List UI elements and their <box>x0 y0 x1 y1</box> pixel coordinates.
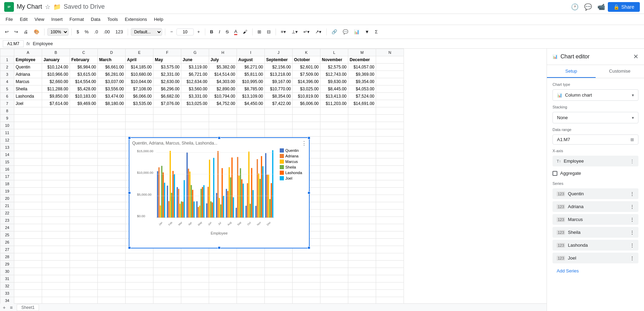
cell-r3-c2[interactable]: $3,615.00 <box>70 71 98 78</box>
cell-r3-c0[interactable]: Adriana <box>14 71 42 78</box>
cell-r5-c7[interactable]: $2,890.00 <box>209 85 237 93</box>
cell-r2-c1[interactable]: $10,124.00 <box>42 64 70 71</box>
cell-r30-c9[interactable] <box>265 268 293 275</box>
cell-r18-c1[interactable] <box>42 180 70 188</box>
cell-r1-c13[interactable] <box>376 56 404 64</box>
cell-r19-c13[interactable] <box>376 188 404 195</box>
cell-r33-c6[interactable] <box>181 290 209 297</box>
cell-r27-c0[interactable] <box>14 246 42 253</box>
cell-r23-c13[interactable] <box>376 217 404 224</box>
cell-r16-c3[interactable] <box>98 166 126 173</box>
cell-r17-c1[interactable] <box>42 173 70 180</box>
cell-r2-c13[interactable] <box>376 64 404 71</box>
cell-r4-c3[interactable]: $3,037.00 <box>98 78 126 85</box>
cell-r2-c4[interactable]: $14,185.00 <box>126 64 153 71</box>
currency-button[interactable]: $ <box>74 28 81 36</box>
history-icon[interactable]: 🕐 <box>571 3 579 11</box>
menu-help[interactable]: Help <box>151 15 166 23</box>
series-more-sheila[interactable]: ⋮ <box>630 230 634 235</box>
cell-r25-c11[interactable] <box>320 231 348 239</box>
menu-data[interactable]: Data <box>88 15 103 23</box>
cell-r5-c4[interactable]: $7,108.00 <box>126 85 153 93</box>
cell-r9-c9[interactable] <box>265 115 293 122</box>
cell-r10-c3[interactable] <box>98 122 126 129</box>
cell-r26-c0[interactable] <box>14 239 42 246</box>
comment-button[interactable]: 💬 <box>341 28 350 36</box>
cell-r32-c5[interactable] <box>153 283 181 290</box>
cell-r21-c2[interactable] <box>70 202 98 210</box>
cell-r20-c0[interactable] <box>14 195 42 202</box>
cell-r9-c5[interactable] <box>153 115 181 122</box>
cell-r6-c10[interactable]: $10,819.00 <box>293 93 320 100</box>
cell-r6-c3[interactable]: $3,474.00 <box>98 93 126 100</box>
cell-r33-c10[interactable] <box>293 290 320 297</box>
cell-r31-c9[interactable] <box>265 275 293 283</box>
cell-r28-c9[interactable] <box>265 253 293 261</box>
add-sheet-icon[interactable]: + <box>3 305 6 310</box>
cell-r17-c12[interactable] <box>348 173 376 180</box>
cell-r31-c8[interactable] <box>237 275 265 283</box>
cell-r1-c9[interactable]: September <box>265 56 293 64</box>
cell-r24-c12[interactable] <box>348 224 376 231</box>
cell-r21-c13[interactable] <box>376 202 404 210</box>
cell-r12-c3[interactable] <box>98 137 126 144</box>
cell-r32-c3[interactable] <box>98 283 126 290</box>
cell-r31-c1[interactable] <box>42 275 70 283</box>
series-row-adriana[interactable]: 123 Adriana ⋮ <box>552 201 638 212</box>
cell-r14-c2[interactable] <box>70 151 98 158</box>
cell-r15-c13[interactable] <box>376 158 404 166</box>
cell-r8-c8[interactable] <box>237 107 265 115</box>
cell-r28-c4[interactable] <box>126 253 153 261</box>
cell-r9-c13[interactable] <box>376 115 404 122</box>
cell-r6-c5[interactable]: $6,682.00 <box>153 93 181 100</box>
cell-r29-c5[interactable] <box>153 261 181 268</box>
cell-r32-c1[interactable] <box>42 283 70 290</box>
cell-r4-c8[interactable]: $10,995.00 <box>237 78 265 85</box>
cell-r15-c2[interactable] <box>70 158 98 166</box>
cell-r1-c12[interactable]: December <box>348 56 376 64</box>
cell-r29-c6[interactable] <box>181 261 209 268</box>
cell-r5-c10[interactable]: $3,025.00 <box>293 85 320 93</box>
cell-r2-c9[interactable]: $2,156.00 <box>265 64 293 71</box>
cell-r8-c11[interactable] <box>320 107 348 115</box>
cell-r28-c5[interactable] <box>153 253 181 261</box>
cell-r9-c7[interactable] <box>209 115 237 122</box>
cell-r1-c2[interactable]: February <box>70 56 98 64</box>
cell-r19-c11[interactable] <box>320 188 348 195</box>
cell-r25-c1[interactable] <box>42 231 70 239</box>
cell-r9-c3[interactable] <box>98 115 126 122</box>
tab-setup[interactable]: Setup <box>547 65 596 78</box>
number-format-button[interactable]: 123 <box>113 28 125 36</box>
cell-r29-c1[interactable] <box>42 261 70 268</box>
cell-r29-c11[interactable] <box>320 261 348 268</box>
cell-r7-c9[interactable]: $7,422.00 <box>265 100 293 107</box>
cell-r22-c2[interactable] <box>70 210 98 217</box>
cell-r24-c13[interactable] <box>376 224 404 231</box>
cell-r4-c0[interactable]: Marcus <box>14 78 42 85</box>
cell-r33-c8[interactable] <box>237 290 265 297</box>
menu-icon[interactable]: ≡ <box>10 305 13 310</box>
cell-r32-c10[interactable] <box>293 283 320 290</box>
cell-r4-c11[interactable]: $9,630.00 <box>320 78 348 85</box>
share-button[interactable]: 🔒 Share <box>608 2 640 12</box>
cell-r3-c13[interactable] <box>376 71 404 78</box>
cell-r7-c8[interactable]: $4,450.00 <box>237 100 265 107</box>
cell-r7-c13[interactable] <box>376 100 404 107</box>
cell-r24-c1[interactable] <box>42 224 70 231</box>
cell-r18-c2[interactable] <box>70 180 98 188</box>
align-v-button[interactable]: ⊥▾ <box>289 28 300 36</box>
filter-button[interactable]: ▼ <box>363 28 372 36</box>
doc-title[interactable]: My Chart <box>17 3 42 10</box>
cell-r11-c3[interactable] <box>98 129 126 137</box>
font-size-increase[interactable]: + <box>195 28 202 36</box>
cell-r15-c0[interactable] <box>14 158 42 166</box>
cell-r5-c1[interactable]: $11,288.00 <box>42 85 70 93</box>
cell-r20-c11[interactable] <box>320 195 348 202</box>
chart-button[interactable]: 📊 <box>352 28 361 36</box>
cell-r8-c0[interactable] <box>14 107 42 115</box>
cell-r10-c11[interactable] <box>320 122 348 129</box>
cell-r31-c12[interactable] <box>348 275 376 283</box>
cell-r31-c2[interactable] <box>70 275 98 283</box>
cell-reference-input[interactable] <box>3 40 24 47</box>
cell-r3-c6[interactable]: $6,721.00 <box>181 71 209 78</box>
